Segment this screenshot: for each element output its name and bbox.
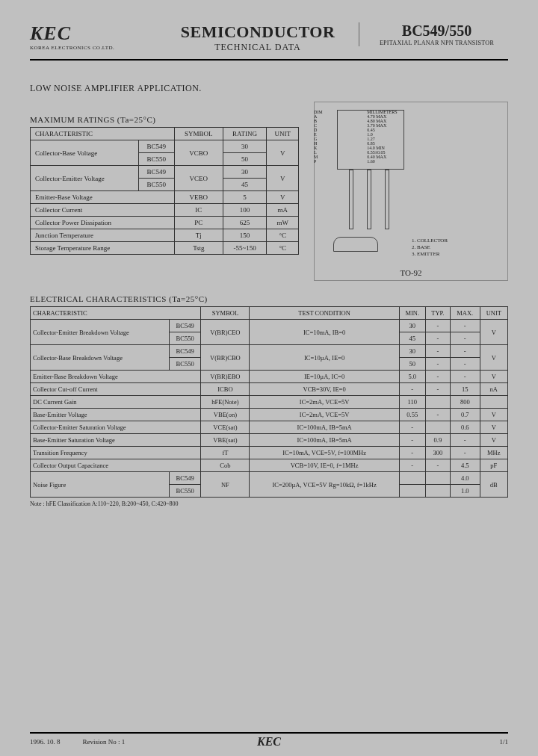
header-right: BC549/550 EPITAXIAL PLANAR NPN TRANSISTO… bbox=[359, 22, 508, 46]
table-cell: 1.0 bbox=[450, 485, 480, 498]
table-cell: - bbox=[399, 459, 425, 472]
table-cell: - bbox=[425, 345, 450, 358]
table-cell bbox=[399, 472, 425, 485]
table-cell: BC550 bbox=[169, 332, 201, 345]
page-footer: 1996. 10. 8 Revision No : 1 KEC 1/1 bbox=[30, 732, 508, 746]
table-cell: - bbox=[399, 434, 425, 447]
table-cell: 800 bbox=[450, 396, 480, 409]
table-cell: VBE(on) bbox=[201, 409, 250, 421]
table-cell: V bbox=[480, 434, 507, 447]
table-cell: 0.7 bbox=[450, 409, 480, 421]
table-cell: V(BR)CBO bbox=[201, 345, 250, 371]
table-cell: 50 bbox=[399, 358, 425, 371]
table-cell: IC=100mA, IB=5mA bbox=[250, 421, 399, 434]
hfe-note: Note : hFE Classification A:110~220, B:2… bbox=[30, 501, 508, 507]
table-cell: V bbox=[480, 421, 507, 434]
doc-subtype: TECHNICAL DATA bbox=[157, 42, 359, 53]
table-cell: 625 bbox=[223, 217, 267, 229]
col-unit: UNIT bbox=[267, 128, 299, 140]
page-number: 1/1 bbox=[499, 738, 508, 746]
company-name: KOREA ELECTRONICS CO.LTD. bbox=[30, 45, 157, 51]
table-cell: Collector-Emitter Saturation Voltage bbox=[31, 421, 201, 434]
table-cell: mA bbox=[267, 204, 299, 217]
table-cell: 50 bbox=[223, 153, 267, 166]
table-cell: Emitter-Base Voltage bbox=[31, 191, 175, 204]
table-cell: - bbox=[399, 447, 425, 459]
col-characteristic: CHARACTERISTIC bbox=[31, 128, 175, 140]
table-cell: 30 bbox=[223, 140, 267, 153]
table-cell: IE=10µA, IC=0 bbox=[250, 371, 399, 383]
table-cell: mW bbox=[267, 217, 299, 229]
table-cell: 0.6 bbox=[450, 421, 480, 434]
table-cell: 100 bbox=[223, 204, 267, 217]
col-condition: TEST CONDITION bbox=[250, 307, 399, 320]
table-cell: VCBO bbox=[174, 140, 223, 166]
table-cell: Collector Cut-off Current bbox=[31, 383, 201, 396]
table-cell: 4.5 bbox=[450, 459, 480, 472]
table-cell: - bbox=[425, 320, 450, 332]
table-cell: BC550 bbox=[169, 358, 201, 371]
package-name: TO-92 bbox=[400, 268, 421, 277]
page-header: KEC KOREA ELECTRONICS CO.LTD. SEMICONDUC… bbox=[30, 22, 508, 61]
table-cell: 5.0 bbox=[399, 371, 425, 383]
table-cell: - bbox=[450, 447, 480, 459]
table-cell: V bbox=[480, 371, 507, 383]
table-cell: Collector Current bbox=[31, 204, 175, 217]
lead-icon bbox=[385, 170, 389, 229]
table-cell: °C bbox=[267, 229, 299, 242]
table-cell: BC550 bbox=[138, 153, 174, 166]
table-cell: VCEO bbox=[174, 166, 223, 191]
table-cell: VBE(sat) bbox=[201, 434, 250, 447]
table-cell: - bbox=[450, 345, 480, 358]
table-cell: PC bbox=[174, 217, 223, 229]
table-cell: BC550 bbox=[169, 485, 201, 498]
package-leads-icon bbox=[344, 170, 397, 229]
table-cell: V bbox=[267, 140, 299, 166]
footer-revision: Revision No : 1 bbox=[83, 738, 126, 746]
table-cell: MHz bbox=[480, 447, 507, 459]
col-symbol: SYMBOL bbox=[201, 307, 250, 320]
table-cell: V bbox=[267, 166, 299, 191]
footer-date: 1996. 10. 8 bbox=[30, 738, 61, 746]
table-cell: 110 bbox=[399, 396, 425, 409]
table-cell: IC=10µA, IE=0 bbox=[250, 345, 399, 371]
table-cell: NF bbox=[201, 472, 250, 498]
doc-type: SEMICONDUCTOR bbox=[157, 22, 359, 42]
dimension-table: DIMMILLIMETERS A4.70 MAX B4.80 MAX C3.70… bbox=[312, 110, 504, 164]
table-cell: V(BR)EBO bbox=[201, 371, 250, 383]
table-cell: BC549 bbox=[169, 320, 201, 332]
table-cell bbox=[425, 396, 450, 409]
table-cell: - bbox=[425, 332, 450, 345]
col-rating: RATING bbox=[223, 128, 267, 140]
table-cell: - bbox=[425, 371, 450, 383]
table-cell bbox=[399, 485, 425, 498]
max-ratings-table: CHARACTERISTIC SYMBOL RATING UNIT Collec… bbox=[30, 127, 299, 255]
table-cell: 45 bbox=[399, 332, 425, 345]
col-typ: TYP. bbox=[425, 307, 450, 320]
table-cell: 45 bbox=[223, 179, 267, 191]
table-cell: IC bbox=[174, 204, 223, 217]
table-cell: 30 bbox=[223, 166, 267, 179]
table-cell: - bbox=[425, 459, 450, 472]
table-cell: P bbox=[312, 159, 365, 164]
table-cell: V bbox=[480, 345, 507, 371]
table-cell: IC=200µA, VCE=5V Rg=10kΩ, f=1kHz bbox=[250, 472, 399, 498]
table-cell: Emitter-Base Breakdown Voltage bbox=[31, 371, 201, 383]
table-cell: ICBO bbox=[201, 383, 250, 396]
table-cell: VEBO bbox=[174, 191, 223, 204]
table-cell: - bbox=[450, 371, 480, 383]
table-cell: IC=2mA, VCE=5V bbox=[250, 409, 399, 421]
table-cell: dB bbox=[480, 472, 507, 498]
table-cell: Storage Temperature Range bbox=[31, 242, 175, 255]
col-max: MAX. bbox=[450, 307, 480, 320]
table-cell bbox=[480, 396, 507, 409]
package-outline-drawing: DIMMILLIMETERS A4.70 MAX B4.80 MAX C3.70… bbox=[314, 102, 508, 281]
part-description: EPITAXIAL PLANAR NPN TRANSISTOR bbox=[365, 40, 508, 46]
col-symbol: SYMBOL bbox=[174, 128, 223, 140]
company-logo: KEC bbox=[30, 22, 157, 45]
table-cell: Collector-Base Voltage bbox=[31, 140, 139, 166]
table-cell: Base-Emitter Voltage bbox=[31, 409, 201, 421]
logo-block: KEC KOREA ELECTRONICS CO.LTD. bbox=[30, 22, 157, 51]
table-cell: Collector-Emitter Breakdown Voltage bbox=[31, 320, 170, 345]
table-cell: - bbox=[450, 358, 480, 371]
